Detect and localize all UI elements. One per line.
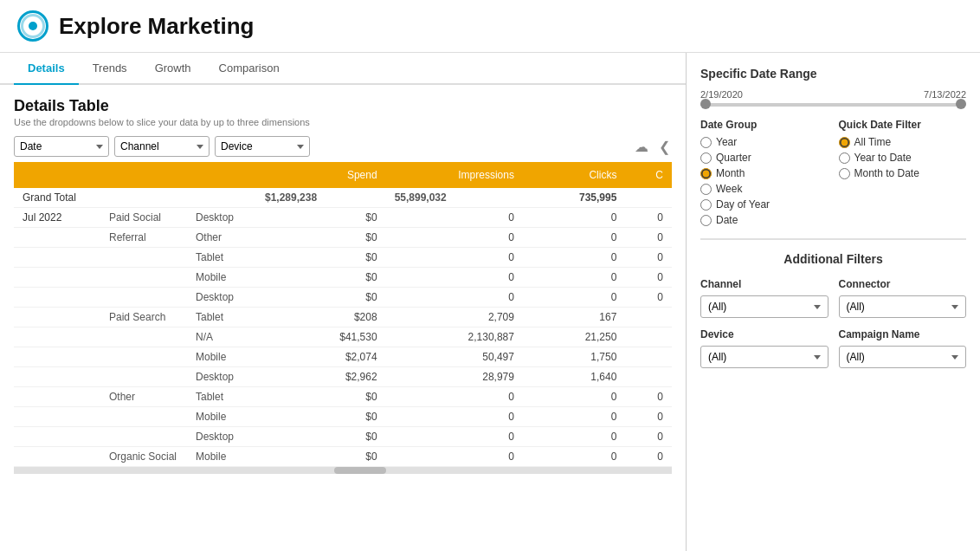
row-date xyxy=(14,427,100,447)
row-c: 0 xyxy=(625,447,672,467)
tab-comparison[interactable]: Comparison xyxy=(205,53,293,85)
grand-total-label: Grand Total xyxy=(14,188,256,208)
col-c: C xyxy=(625,162,672,188)
row-channel xyxy=(100,427,187,447)
grand-total-impressions: 55,899,032 xyxy=(386,188,523,208)
channel-filter-select[interactable]: (All) Paid Social Paid Search Referral O… xyxy=(700,295,828,318)
tab-trends[interactable]: Trends xyxy=(79,53,141,85)
row-c: 0 xyxy=(625,387,672,407)
quick-date-filter-title: Quick Date Filter xyxy=(839,119,967,131)
right-panel: Specific Date Range 2/19/2020 7/13/2022 … xyxy=(686,53,980,551)
date-range-handle-left[interactable] xyxy=(700,99,711,109)
left-panel: Details Trends Growth Comparison Details… xyxy=(0,53,686,551)
row-c: 0 xyxy=(625,407,672,427)
table-row: Mobile $0 0 0 0 xyxy=(14,268,672,288)
quick-filter-all-time[interactable]: All Time xyxy=(839,136,967,148)
content-area: Details Table Use the dropdowns below to… xyxy=(0,85,686,551)
additional-filters-title: Additional Filters xyxy=(700,252,966,266)
tab-bar: Details Trends Growth Comparison xyxy=(0,53,686,85)
row-channel xyxy=(100,347,187,367)
row-device: N/A xyxy=(187,327,256,347)
connector-filter-select[interactable]: (All) xyxy=(839,295,967,318)
channel-filter-label: Channel xyxy=(700,278,828,290)
tab-details[interactable]: Details xyxy=(14,53,79,85)
row-device: Mobile xyxy=(187,268,256,288)
tab-growth[interactable]: Growth xyxy=(141,53,205,85)
row-impressions: 0 xyxy=(386,387,523,407)
row-impressions: 0 xyxy=(386,447,523,467)
col-channel xyxy=(100,162,187,188)
row-clicks: 0 xyxy=(523,447,625,467)
device-filter-select[interactable]: (All) Desktop Mobile Tablet Other xyxy=(700,346,828,368)
row-channel: Other xyxy=(100,387,187,407)
grand-total-c xyxy=(625,188,672,208)
dimension2-select[interactable]: Channel Date Device Campaign Name xyxy=(114,136,210,157)
row-clicks: 1,640 xyxy=(523,367,625,387)
date-range-fill xyxy=(700,103,961,107)
row-c xyxy=(625,347,672,367)
dimension1-select[interactable]: Date Month Channel Device xyxy=(14,136,109,157)
grand-total-clicks: 735,995 xyxy=(523,188,625,208)
date-range-track[interactable] xyxy=(700,103,966,107)
download-icon[interactable]: ☁ xyxy=(633,137,650,157)
table-icon-group: ☁ ❮ xyxy=(633,137,672,157)
row-spend: $0 xyxy=(256,208,386,228)
row-date xyxy=(14,308,100,327)
date-group-year[interactable]: Year xyxy=(700,136,828,148)
date-group-day-of-year[interactable]: Day of Year xyxy=(700,198,828,211)
row-channel xyxy=(100,268,187,288)
row-date xyxy=(14,228,100,248)
date-group-quarter[interactable]: Quarter xyxy=(700,152,828,164)
row-device: Tablet xyxy=(187,387,256,407)
row-c: 0 xyxy=(625,268,672,288)
section-subtitle: Use the dropdowns below to slice your da… xyxy=(14,117,672,127)
row-device: Tablet xyxy=(187,308,256,327)
row-spend: $0 xyxy=(256,228,386,248)
date-range-handle-right[interactable] xyxy=(956,99,966,109)
section-title: Details Table xyxy=(14,97,672,115)
row-impressions: 0 xyxy=(386,248,523,268)
collapse-icon[interactable]: ❮ xyxy=(657,137,672,157)
row-spend: $0 xyxy=(256,387,386,407)
col-clicks: Clicks xyxy=(523,162,625,188)
additional-filters-row2: Device (All) Desktop Mobile Tablet Other… xyxy=(700,328,966,368)
date-group-month[interactable]: Month xyxy=(700,167,828,179)
row-device: Desktop xyxy=(187,288,256,308)
row-c: 0 xyxy=(625,248,672,268)
table-row: Desktop $0 0 0 0 xyxy=(14,427,672,447)
quick-filter-month-to-date[interactable]: Month to Date xyxy=(839,167,967,179)
row-clicks: 1,750 xyxy=(523,347,625,367)
dimension3-select[interactable]: Device Date Channel Campaign Name xyxy=(215,136,310,157)
scrollbar-thumb[interactable] xyxy=(334,467,386,474)
table-row: Mobile $0 0 0 0 xyxy=(14,407,672,427)
date-group-week[interactable]: Week xyxy=(700,183,828,195)
row-date: Jul 2022 xyxy=(14,208,100,228)
date-range-title: Specific Date Range xyxy=(700,67,966,81)
row-impressions: 0 xyxy=(386,407,523,427)
row-c: 0 xyxy=(625,228,672,248)
row-date xyxy=(14,327,100,347)
row-clicks: 21,250 xyxy=(523,327,625,347)
row-device: Mobile xyxy=(187,407,256,427)
date-group-date[interactable]: Date xyxy=(700,214,828,226)
row-clicks: 0 xyxy=(523,208,625,228)
row-clicks: 0 xyxy=(523,427,625,447)
row-channel: Paid Search xyxy=(100,308,187,327)
campaign-name-filter-select[interactable]: (All) xyxy=(839,346,967,368)
row-channel xyxy=(100,367,187,387)
quick-filter-year-to-date[interactable]: Year to Date xyxy=(839,152,967,164)
table-row: Desktop $0 0 0 0 xyxy=(14,288,672,308)
row-spend: $0 xyxy=(256,248,386,268)
row-device: Mobile xyxy=(187,447,256,467)
row-spend: $2,962 xyxy=(256,367,386,387)
quick-date-filter-options: All Time Year to Date Month to Date xyxy=(839,136,967,179)
table-scrollbar[interactable] xyxy=(14,467,672,474)
row-channel: Referral xyxy=(100,228,187,248)
row-device: Desktop xyxy=(187,208,256,228)
table-row: N/A $41,530 2,130,887 21,250 xyxy=(14,327,672,347)
row-impressions: 0 xyxy=(386,208,523,228)
date-group-section: Date Group Year Quarter Month Week xyxy=(700,119,828,226)
row-spend: $0 xyxy=(256,288,386,308)
connector-filter-group: Connector (All) xyxy=(839,278,967,318)
row-impressions: 2,130,887 xyxy=(386,327,523,347)
